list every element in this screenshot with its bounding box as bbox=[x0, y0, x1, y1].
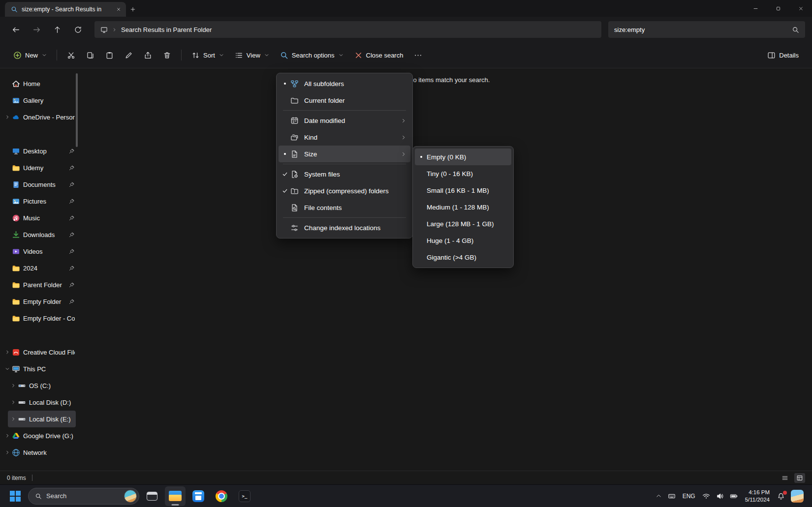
sidebar-item-udemy[interactable]: Udemy bbox=[2, 159, 76, 176]
sidebar-item-music[interactable]: Music bbox=[2, 209, 76, 226]
sidebar-item-this-pc[interactable]: This PC bbox=[2, 360, 76, 377]
keyboard-icon bbox=[668, 492, 676, 500]
copy-button[interactable] bbox=[81, 46, 100, 64]
large-thumbnails-toggle[interactable] bbox=[794, 473, 805, 483]
new-button[interactable]: New bbox=[8, 46, 52, 64]
menu-item-file-contents[interactable]: File contents bbox=[279, 199, 410, 216]
store-taskbar-button[interactable] bbox=[188, 486, 209, 506]
close-button[interactable] bbox=[789, 0, 812, 17]
task-view-button[interactable] bbox=[142, 486, 162, 506]
breadcrumb-chevron-icon[interactable] bbox=[112, 28, 117, 32]
sidebar-item-gallery[interactable]: Gallery bbox=[2, 92, 76, 109]
menu-item-system-files[interactable]: System files bbox=[279, 166, 410, 182]
clock[interactable]: 4:16 PM 5/11/2024 bbox=[741, 489, 774, 504]
menu-item-all-subfolders[interactable]: All subfolders bbox=[279, 75, 410, 92]
size-option-gigantic-4-gb[interactable]: Gigantic (>4 GB) bbox=[415, 249, 511, 266]
size-option-medium-1-128-mb[interactable]: Medium (1 - 128 MB) bbox=[415, 199, 511, 215]
start-button[interactable] bbox=[5, 486, 26, 506]
sidebar-item-downloads[interactable]: Downloads bbox=[2, 226, 76, 243]
wifi-button[interactable] bbox=[700, 487, 713, 506]
notifications-button[interactable] bbox=[775, 487, 787, 506]
chevron-right-icon[interactable] bbox=[4, 115, 11, 119]
taskbar-search[interactable]: Search bbox=[28, 488, 139, 505]
share-button[interactable] bbox=[138, 46, 157, 64]
details-view-toggle[interactable] bbox=[780, 473, 790, 483]
back-button[interactable] bbox=[7, 21, 25, 38]
search-icon[interactable] bbox=[792, 26, 799, 33]
up-button[interactable] bbox=[48, 21, 66, 38]
maximize-button[interactable] bbox=[767, 0, 789, 17]
close-search-button[interactable]: Close search bbox=[349, 46, 409, 64]
sidebar-item-os-c[interactable]: OS (C:) bbox=[8, 377, 76, 394]
terminal-taskbar-button[interactable] bbox=[234, 486, 255, 506]
menu-item-size[interactable]: Size bbox=[279, 146, 410, 162]
tray-overflow-button[interactable] bbox=[653, 487, 664, 506]
sidebar-item-local-disk-e[interactable]: Local Disk (E:) bbox=[8, 411, 76, 427]
view-button[interactable]: View bbox=[229, 46, 275, 64]
more-options-button[interactable] bbox=[408, 46, 428, 64]
size-option-large-128-mb-1-gb[interactable]: Large (128 MB - 1 GB) bbox=[415, 215, 511, 232]
delete-button[interactable] bbox=[157, 46, 177, 64]
sidebar-item-videos[interactable]: Videos bbox=[2, 243, 76, 260]
sidebar-scrollbar[interactable] bbox=[76, 73, 78, 147]
search-options-button[interactable]: Search options bbox=[275, 46, 349, 64]
sidebar-item-onedrive-personal[interactable]: OneDrive - Personal bbox=[2, 109, 76, 125]
chevron-right-icon[interactable] bbox=[10, 383, 17, 388]
battery-button[interactable] bbox=[727, 487, 740, 506]
explorer-tab[interactable]: size:empty - Search Results in bbox=[5, 2, 126, 17]
chevron-right-icon[interactable] bbox=[4, 350, 11, 355]
sidebar-item-google-drive-g[interactable]: Google Drive (G:) bbox=[2, 427, 76, 444]
tab-close-icon[interactable] bbox=[114, 5, 123, 14]
chevron-right-icon[interactable] bbox=[4, 433, 11, 438]
sidebar-item-pictures[interactable]: Pictures bbox=[2, 193, 76, 209]
sidebar-item-empty-folder-copy[interactable]: Empty Folder - Copy bbox=[2, 310, 76, 327]
details-pane-button[interactable]: Details bbox=[762, 46, 804, 64]
sidebar-item-home[interactable]: Home bbox=[2, 75, 76, 92]
sidebar-item-label: Music bbox=[23, 214, 67, 222]
file-explorer-taskbar-button[interactable] bbox=[165, 486, 186, 506]
widget-button[interactable] bbox=[788, 487, 806, 506]
search-input[interactable] bbox=[614, 26, 788, 33]
sidebar-item-local-disk-d[interactable]: Local Disk (D:) bbox=[8, 394, 76, 411]
search-highlight-image[interactable] bbox=[124, 490, 137, 503]
rename-button[interactable] bbox=[119, 46, 138, 64]
size-option-huge-1-4-gb[interactable]: Huge (1 - 4 GB) bbox=[415, 232, 511, 249]
system-tray: ENG 4:16 PM 5/11/2024 bbox=[653, 487, 807, 506]
sidebar-item-label: Downloads bbox=[23, 231, 67, 239]
address-bar[interactable]: Search Results in Parent Folder bbox=[94, 21, 601, 38]
sidebar-item-parent-folder[interactable]: Parent Folder bbox=[2, 276, 76, 293]
sidebar-item-desktop[interactable]: Desktop bbox=[2, 143, 76, 159]
size-option-tiny-0-16-kb[interactable]: Tiny (0 - 16 KB) bbox=[415, 165, 511, 182]
menu-item-kind[interactable]: Kind bbox=[279, 129, 410, 146]
chevron-right-icon[interactable] bbox=[4, 450, 11, 455]
menu-item-change-indexed-locations[interactable]: Change indexed locations bbox=[279, 219, 410, 236]
size-option-empty-0-kb[interactable]: Empty (0 KB) bbox=[415, 149, 511, 165]
volume-button[interactable] bbox=[714, 487, 726, 506]
touch-keyboard-button[interactable] bbox=[665, 487, 678, 506]
sort-button[interactable]: Sort bbox=[186, 46, 229, 64]
menu-item-zipped-compressed-folders[interactable]: Zipped (compressed) folders bbox=[279, 182, 410, 199]
sidebar-item-empty-folder[interactable]: Empty Folder bbox=[2, 293, 76, 310]
minimize-button[interactable] bbox=[744, 0, 767, 17]
menu-item-date-modified[interactable]: Date modified bbox=[279, 112, 410, 129]
sidebar-item-network[interactable]: Network bbox=[2, 444, 76, 461]
sidebar-item-2024[interactable]: 2024 bbox=[2, 260, 76, 276]
chevron-right-icon[interactable] bbox=[10, 417, 17, 421]
cut-button[interactable] bbox=[62, 46, 81, 64]
size-option-small-16-kb-1-mb[interactable]: Small (16 KB - 1 MB) bbox=[415, 182, 511, 199]
new-tab-button[interactable] bbox=[126, 2, 140, 16]
forward-button[interactable] bbox=[28, 21, 45, 38]
chevron-down-icon[interactable] bbox=[4, 366, 11, 371]
sidebar-item-creative-cloud-files[interactable]: Creative Cloud Files bbox=[2, 344, 76, 360]
refresh-button[interactable] bbox=[69, 21, 87, 38]
sidebar-item-documents[interactable]: Documents bbox=[2, 176, 76, 193]
chrome-taskbar-button[interactable] bbox=[211, 486, 232, 506]
menu-item-current-folder[interactable]: Current folder bbox=[279, 92, 410, 109]
search-box[interactable] bbox=[608, 21, 805, 38]
list-view-icon bbox=[781, 475, 788, 481]
breadcrumb[interactable]: Search Results in Parent Folder bbox=[121, 26, 212, 33]
paste-button[interactable] bbox=[100, 46, 119, 64]
language-indicator[interactable]: ENG bbox=[679, 493, 699, 500]
wifi-icon bbox=[702, 492, 710, 500]
chevron-right-icon[interactable] bbox=[10, 400, 17, 405]
